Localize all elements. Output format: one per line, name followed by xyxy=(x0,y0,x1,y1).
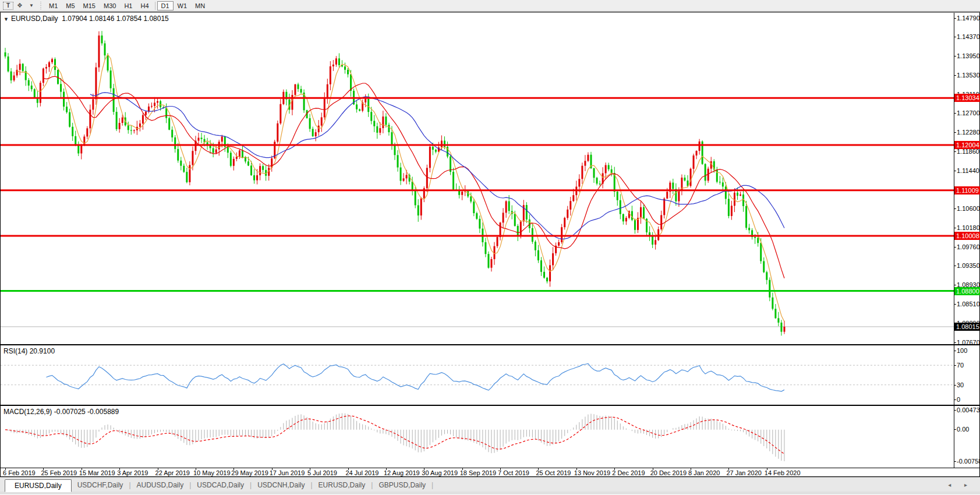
date-axis-label: 17 Jun 2019 xyxy=(270,469,305,476)
rsi-axis-label: 70 xyxy=(957,362,964,369)
rsi-axis-label: 100 xyxy=(957,347,967,355)
date-axis-label: 7 Oct 2019 xyxy=(498,469,529,476)
rsi-chart xyxy=(1,345,954,405)
price-axis-label: 1.11440 xyxy=(957,167,979,175)
date-axis-label: 24 Jul 2019 xyxy=(346,469,379,476)
current-price-badge: 1.08015 xyxy=(954,323,980,331)
timeframe-button-h4[interactable]: H4 xyxy=(136,1,153,10)
timeframe-button-m15[interactable]: M15 xyxy=(79,1,100,10)
date-axis-label: 22 Apr 2019 xyxy=(155,469,190,476)
date-axis-label: 25 Feb 2019 xyxy=(41,469,77,476)
top-toolbar: T ❖ ▼ M1M5M15M30H1H4D1W1MN xyxy=(0,0,980,12)
date-axis-label: 6 Feb 2019 xyxy=(3,469,36,476)
chevron-down-icon[interactable]: ▼ xyxy=(26,1,37,10)
rsi-chart-area[interactable]: RSI(14) 20.9100 xyxy=(1,345,954,405)
date-axis-label: 2 Dec 2019 xyxy=(612,469,645,476)
date-axis-label: 15 Mar 2019 xyxy=(79,469,115,476)
level-price-badge: 1.13034 xyxy=(954,94,980,102)
timeframe-button-m5[interactable]: M5 xyxy=(62,1,79,10)
chart-tab-bar: EURUSD,DailyUSDCHF,Daily|AUDUSD,Daily|US… xyxy=(0,477,980,492)
timeframe-group: M1M5M15M30H1H4D1W1MN xyxy=(45,1,209,10)
price-axis-label: 1.13950 xyxy=(957,52,980,60)
date-axis-label: 27 Jan 2020 xyxy=(726,469,762,476)
chart-symbol: EURUSD,Daily xyxy=(11,15,58,23)
chart-tab-usdcad[interactable]: USDCAD,Daily xyxy=(191,479,250,492)
rsi-axis-label: 0 xyxy=(957,396,960,404)
tab-scroll-arrows[interactable]: ◂ ▸ xyxy=(948,482,980,492)
price-axis-label: 1.12700 xyxy=(957,109,980,117)
macd-axis-label: 0.004738 xyxy=(957,406,980,414)
date-axis-label: 13 Nov 2019 xyxy=(574,469,610,476)
macd-axis-label: -0.007585 xyxy=(957,458,980,465)
price-axis-label: 1.10180 xyxy=(957,224,980,232)
price-axis-label: 1.14790 xyxy=(957,15,980,22)
timeframe-button-m1[interactable]: M1 xyxy=(45,1,62,10)
date-axis-label: 14 Feb 2020 xyxy=(765,469,801,476)
date-axis-label: 18 Sep 2019 xyxy=(460,469,496,476)
macd-axis-label: 0.00 xyxy=(957,426,969,433)
chart-tab-eurusd[interactable]: EURUSD,Daily xyxy=(5,479,72,492)
price-axis-label: 1.08510 xyxy=(957,300,980,308)
price-axis-label: 1.12280 xyxy=(957,129,980,136)
rsi-axis: 10070300 xyxy=(954,345,979,405)
date-axis-label: 8 Jan 2020 xyxy=(688,469,720,476)
text-tool-icon[interactable]: T xyxy=(3,2,13,10)
macd-chart-area[interactable]: MACD(12,26,9) -0.007025 -0.005889 xyxy=(1,406,954,468)
price-chart-area[interactable]: ▼EURUSD,Daily 1.07904 1.08146 1.07854 1.… xyxy=(1,13,954,344)
timeframe-button-h1[interactable]: H1 xyxy=(120,1,136,10)
level-price-badge: 1.12004 xyxy=(954,141,980,149)
chart-tab-gbpusd[interactable]: GBPUSD,Daily xyxy=(373,479,431,492)
rsi-label: RSI(14) 20.9100 xyxy=(3,347,55,355)
bottom-strip xyxy=(0,492,980,494)
timeframe-button-m30[interactable]: M30 xyxy=(100,1,120,10)
date-axis-label: 3 Apr 2019 xyxy=(117,469,148,476)
level-price-badge: 1.11009 xyxy=(954,186,980,195)
macd-panel: MACD(12,26,9) -0.007025 -0.005889 0.0047… xyxy=(1,405,979,468)
chart-window: ▼EURUSD,Daily 1.07904 1.08146 1.07854 1.… xyxy=(0,12,980,477)
date-axis: 6 Feb 201925 Feb 201915 Mar 20193 Apr 20… xyxy=(1,468,979,476)
chart-tab-usdchf[interactable]: USDCHF,Daily xyxy=(72,479,129,492)
collapse-caret-icon[interactable]: ▼ xyxy=(3,16,9,22)
price-axis-label: 1.14370 xyxy=(957,33,980,41)
level-price-badge: 1.10008 xyxy=(954,232,980,240)
tab-separator: | xyxy=(431,481,433,492)
level-price-badge: 1.08800 xyxy=(954,287,980,295)
date-axis-label: 30 Aug 2019 xyxy=(422,469,458,476)
arrange-icon[interactable]: ❖ xyxy=(15,1,25,10)
price-axis-label: 1.10600 xyxy=(957,205,980,213)
chart-tab-eurusd[interactable]: EURUSD,Daily xyxy=(313,479,372,492)
timeframe-button-w1[interactable]: W1 xyxy=(174,1,192,10)
macd-chart xyxy=(1,406,954,468)
chart-tab-audusd[interactable]: AUDUSD,Daily xyxy=(131,479,190,492)
price-panel: ▼EURUSD,Daily 1.07904 1.08146 1.07854 1.… xyxy=(1,13,979,344)
rsi-panel: RSI(14) 20.9100 10070300 xyxy=(1,344,979,405)
timeframe-button-d1[interactable]: D1 xyxy=(157,1,174,10)
chart-ohlc-values: 1.07904 1.08146 1.07854 1.08015 xyxy=(62,15,169,23)
chart-tab-usdcnh[interactable]: USDCNH,Daily xyxy=(252,479,310,492)
toolbar-separator xyxy=(155,2,155,10)
date-axis-label: 29 May 2019 xyxy=(231,469,268,476)
date-axis-label: 20 Dec 2019 xyxy=(650,469,687,476)
toolbar-grip xyxy=(40,2,43,10)
price-axis: 1.147901.143701.139501.135301.131101.127… xyxy=(954,13,979,344)
rsi-axis-label: 30 xyxy=(957,381,964,389)
chart-title: ▼EURUSD,Daily 1.07904 1.08146 1.07854 1.… xyxy=(3,15,169,23)
timeframe-button-mn[interactable]: MN xyxy=(191,1,209,10)
date-axis-label: 10 May 2019 xyxy=(193,469,231,476)
date-axis-label: 25 Oct 2019 xyxy=(536,469,571,476)
macd-axis: 0.0047380.00-0.007585 xyxy=(954,406,979,468)
price-axis-label: 1.09760 xyxy=(957,243,980,251)
price-axis-label: 1.13530 xyxy=(957,72,980,79)
date-axis-label: 12 Aug 2019 xyxy=(384,469,420,476)
macd-label: MACD(12,26,9) -0.007025 -0.005889 xyxy=(3,408,119,416)
date-axis-label: 5 Jul 2019 xyxy=(307,469,337,476)
candlestick-chart xyxy=(1,13,954,344)
price-axis-label: 1.09350 xyxy=(957,262,980,270)
